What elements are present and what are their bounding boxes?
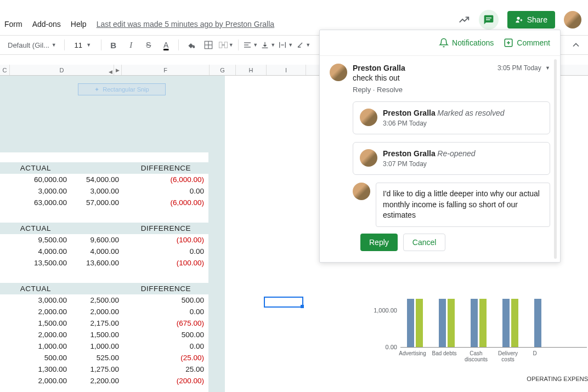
table-row[interactable]: 500.00525.00(25.00) <box>0 352 208 363</box>
menu-help[interactable]: Help <box>71 20 87 29</box>
table-section-2: ACTUALDIFFERENCE9,500.009,600.00(100.00)… <box>0 223 208 269</box>
chart-preview: 1,000.00 0.00 Advertising Bad debts Cash… <box>369 299 588 392</box>
merge-button[interactable]: ▼ <box>218 37 234 53</box>
last-edit-link[interactable]: Last edit was made 5 minutes ago by Pres… <box>97 20 275 29</box>
comment-history-resolved: Preston Gralla Marked as resolved 3:06 P… <box>353 101 550 134</box>
h-align-button[interactable]: ▼ <box>243 37 258 53</box>
reply-textarea[interactable]: I'd like to dig a little deeper into why… <box>376 183 550 227</box>
table-section-1: ACTUALDIFFERENCE60,000.0054,000.00(6,000… <box>0 162 208 208</box>
col-expand[interactable]: ▶ <box>114 65 122 75</box>
comment-author: Preston Gralla <box>353 64 405 72</box>
comment-time[interactable]: 3:05 PM Today ▼ <box>497 64 550 72</box>
share-button[interactable]: Share <box>507 11 555 29</box>
avatar <box>353 183 370 200</box>
menu-addons[interactable]: Add-ons <box>32 20 61 29</box>
chart-title: OPERATING EXPENS <box>527 376 588 382</box>
svg-rect-6 <box>219 42 222 48</box>
table-row[interactable]: 63,000.0057,000.00(6,000.00) <box>0 197 208 208</box>
svg-point-2 <box>517 17 519 20</box>
rotate-button[interactable]: ▼ <box>296 37 311 53</box>
font-selector[interactable]: Default (Gil...▼ <box>4 39 60 52</box>
comment-thread: Preston Gralla 3:05 PM Today ▼ check thi… <box>330 64 550 94</box>
notifications-button[interactable]: Notifications <box>439 38 494 48</box>
col-header-g[interactable]: G <box>210 65 236 75</box>
table-row[interactable]: 9,500.009,600.00(100.00) <box>0 234 208 246</box>
table-row[interactable]: 13,500.0013,600.00(100.00) <box>0 257 208 269</box>
table-row[interactable]: 2,000.002,200.00(200.00) <box>0 375 208 387</box>
italic-button[interactable]: I <box>123 37 139 53</box>
share-label: Share <box>527 15 547 24</box>
open-comments-button[interactable] <box>479 10 499 30</box>
table-row[interactable]: 2,000.002,000.000.00 <box>0 306 208 317</box>
borders-button[interactable] <box>201 37 216 53</box>
table-row[interactable]: 60,000.0054,000.00(6,000.00) <box>0 174 208 185</box>
fill-color-button[interactable] <box>183 37 199 53</box>
text-color-button[interactable]: A <box>159 37 174 53</box>
menu-form[interactable]: Form <box>4 20 22 29</box>
col-header-i[interactable]: I <box>267 65 306 75</box>
table-section-3: ACTUALDIFFERENCE3,000.002,500.00500.002,… <box>0 283 208 387</box>
comment-panel: Notifications Comment Preston Gralla 3:0… <box>319 30 561 263</box>
table-row[interactable]: 1,500.002,175.00(675.00) <box>0 317 208 329</box>
comment-text: check this out <box>353 73 550 82</box>
reply-compose: I'd like to dig a little deeper into why… <box>353 183 550 227</box>
trend-icon[interactable] <box>458 14 470 26</box>
table-row[interactable]: 2,000.001,500.00500.00 <box>0 329 208 340</box>
col-header-d[interactable]: D ◀ <box>10 65 114 75</box>
table-row[interactable]: 4,000.004,000.000.00 <box>0 246 208 257</box>
col-header-c[interactable]: C <box>0 65 10 75</box>
v-align-button[interactable]: ▼ <box>261 37 276 53</box>
svg-rect-1 <box>486 19 490 20</box>
wrap-button[interactable]: ▼ <box>278 37 293 53</box>
svg-rect-0 <box>486 18 491 19</box>
comment-avatar <box>330 64 347 81</box>
col-header-h[interactable]: H <box>236 65 267 75</box>
user-avatar[interactable] <box>564 11 581 29</box>
table-row[interactable]: 3,000.002,500.00500.00 <box>0 294 208 306</box>
reply-button[interactable]: Reply <box>360 234 398 251</box>
snip-marker: ✦Rectangular Snip <box>78 83 166 95</box>
cancel-button[interactable]: Cancel <box>403 234 446 251</box>
svg-rect-7 <box>224 42 227 48</box>
font-size-input[interactable]: 11 ▼ <box>69 39 97 52</box>
strikethrough-button[interactable]: S <box>141 37 156 53</box>
resolve-link[interactable]: Resolve <box>377 86 403 94</box>
top-right-controls: Share <box>458 10 581 30</box>
bold-button[interactable]: B <box>106 37 121 53</box>
reply-link[interactable]: Reply <box>353 86 371 94</box>
selected-cell[interactable] <box>264 297 303 308</box>
table-row[interactable]: 1,300.001,275.0025.00 <box>0 363 208 375</box>
avatar <box>360 149 377 167</box>
spreadsheet-grid[interactable]: ✦Rectangular Snip ACTUALDIFFERENCE60,000… <box>0 76 321 392</box>
avatar <box>360 109 377 126</box>
menu-bar: Form Add-ons Help Last edit was made 5 m… <box>0 20 274 29</box>
scrollbar[interactable] <box>554 59 557 259</box>
table-row[interactable]: 3,000.003,000.000.00 <box>0 185 208 197</box>
collapse-icon[interactable] <box>570 39 581 50</box>
new-comment-button[interactable]: Comment <box>504 38 550 48</box>
col-header-f[interactable]: F <box>122 65 210 75</box>
table-row[interactable]: 1,000.001,000.000.00 <box>0 340 208 352</box>
comment-history-reopened: Preston Gralla Re-opened 3:07 PM Today <box>353 142 550 175</box>
